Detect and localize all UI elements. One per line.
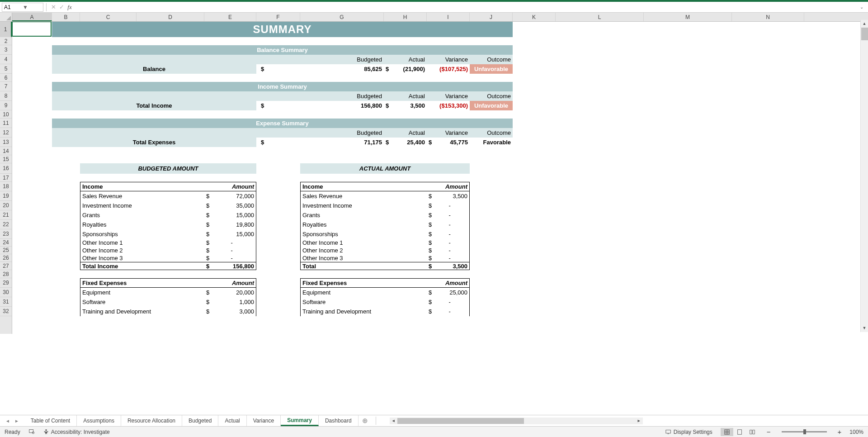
cell-C27[interactable]: Total Income [80,262,204,270]
row-header-7[interactable]: 7 [0,82,12,91]
cell-B3[interactable]: Balance Summary [52,45,513,55]
cell-G22[interactable]: Royalties [300,220,427,229]
cell-C24[interactable]: Other Income 1 [80,239,204,247]
cell-I20[interactable]: $- [427,201,470,210]
row-header-25[interactable]: 25 [0,247,12,254]
scroll-down-icon[interactable]: ▼ [861,324,868,332]
horizontal-scroll-thumb[interactable] [397,418,524,424]
cell-B1[interactable]: SUMMARY [52,22,513,37]
cell-C16[interactable]: BUDGETED AMOUNT [80,163,256,174]
cell-C29[interactable]: Fixed Expenses [80,278,204,288]
row-header-26[interactable]: 26 [0,254,12,262]
tab-budgeted[interactable]: Budgeted [182,415,218,426]
cell-J12[interactable]: Outcome [470,128,513,138]
row-header-6[interactable]: 6 [0,74,12,82]
cell-B12[interactable] [52,128,300,138]
row-header-11[interactable]: 11 [0,119,12,128]
cell-I23[interactable]: $- [427,229,470,239]
cell-G32[interactable]: Training and Development [300,307,427,316]
row-header-28[interactable]: 28 [0,270,12,278]
cell-I9[interactable]: ($153,300) [427,101,470,110]
cell-J13[interactable]: Favorable [470,138,513,147]
col-header-F[interactable]: F [256,13,300,21]
row-header-1[interactable]: 1 [0,22,12,37]
cell-G19[interactable]: Sales Revenue [300,191,427,201]
view-page-layout-icon[interactable] [733,428,746,436]
row-header-16[interactable]: 16 [0,163,12,174]
cell-C25[interactable]: Other Income 2 [80,247,204,254]
col-header-M[interactable]: M [644,13,732,21]
cell-E23[interactable]: $15,000 [204,229,256,239]
cell-E21[interactable]: $15,000 [204,210,256,220]
cell-H4[interactable]: Actual [384,55,427,64]
cell-E30[interactable]: $20,000 [204,288,256,297]
cell-E25[interactable]: $- [204,247,256,254]
col-header-I[interactable]: I [427,13,470,21]
tab-prev-icon[interactable]: ◄ [5,418,10,423]
cell-J5[interactable]: Unfavorable [470,64,513,74]
cell-C20[interactable]: Investment Income [80,201,204,210]
cell-H12[interactable]: Actual [384,128,427,138]
tab-actual[interactable]: Actual [218,415,246,426]
cell-I13[interactable]: $45,775 [427,138,470,147]
cell-E31[interactable]: $1,000 [204,297,256,307]
cell-J4[interactable]: Outcome [470,55,513,64]
name-box[interactable]: A1 ▼ [2,3,43,12]
cell-G16[interactable]: ACTUAL AMOUNT [300,163,470,174]
cell-G25[interactable]: Other Income 2 [300,247,427,254]
cell-H8[interactable]: Actual [384,91,427,101]
zoom-slider[interactable] [782,431,827,432]
tab-summary[interactable]: Summary [281,415,319,426]
cell-G21[interactable]: Grants [300,210,427,220]
col-header-H[interactable]: H [384,13,427,21]
grid[interactable]: 1234567891011121314151617181920212223242… [0,22,868,334]
cell-E20[interactable]: $35,000 [204,201,256,210]
row-header-18[interactable]: 18 [0,182,12,191]
cell-F13[interactable]: $ [256,138,300,147]
cell-I29[interactable]: Amount [427,278,470,288]
row-header-3[interactable]: 3 [0,45,12,55]
cell-C19[interactable]: Sales Revenue [80,191,204,201]
cell-G26[interactable]: Other Income 3 [300,254,427,262]
row-header-2[interactable]: 2 [0,37,12,45]
horizontal-scrollbar[interactable]: ◄ ► [390,418,643,424]
cell-C23[interactable]: Sponsorships [80,229,204,239]
cell-C30[interactable]: Equipment [80,288,204,297]
cell-G29[interactable]: Fixed Expenses [300,278,427,288]
cell-H5[interactable]: $(21,900) [384,64,427,74]
cell-G24[interactable]: Other Income 1 [300,239,427,247]
cell-I18[interactable]: Amount [427,182,470,191]
row-header-9[interactable]: 9 [0,101,12,110]
zoom-thumb[interactable] [803,429,806,434]
row-header-22[interactable]: 22 [0,220,12,229]
col-header-A[interactable]: A [12,13,52,21]
col-header-J[interactable]: J [470,13,513,21]
cell-E18[interactable]: Amount [204,182,256,191]
cells-area[interactable]: SUMMARYBalance SummaryBudgetedActualVari… [12,22,868,334]
row-header-19[interactable]: 19 [0,191,12,201]
vertical-scrollbar[interactable]: ▲ ▼ [860,20,868,332]
cell-I25[interactable]: $- [427,247,470,254]
col-header-L[interactable]: L [556,13,644,21]
view-normal-icon[interactable] [721,428,733,436]
row-header-12[interactable]: 12 [0,128,12,138]
cell-G8[interactable]: Budgeted [300,91,384,101]
cell-I22[interactable]: $- [427,220,470,229]
cell-B4[interactable] [52,55,300,64]
cell-J9[interactable]: Unfavorable [470,101,513,110]
cell-B5[interactable]: Balance [52,64,256,74]
cell-I4[interactable]: Variance [427,55,470,64]
cell-G5[interactable]: 85,625 [300,64,384,74]
cell-G27[interactable]: Total [300,262,427,270]
cell-E19[interactable]: $72,000 [204,191,256,201]
cell-C18[interactable]: Income [80,182,204,191]
expand-formula-icon[interactable]: ⌄ [860,5,863,10]
row-header-30[interactable]: 30 [0,288,12,297]
cell-G20[interactable]: Investment Income [300,201,427,210]
tab-dashboard[interactable]: Dashboard [319,415,359,426]
cell-H9[interactable]: $3,500 [384,101,427,110]
row-header-15[interactable]: 15 [0,155,12,163]
cell-F9[interactable]: $ [256,101,300,110]
cell-G4[interactable]: Budgeted [300,55,384,64]
row-header-20[interactable]: 20 [0,201,12,210]
